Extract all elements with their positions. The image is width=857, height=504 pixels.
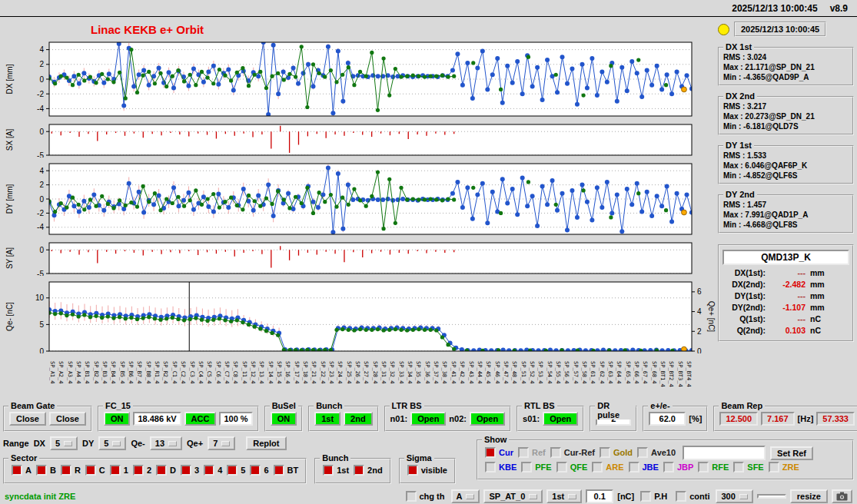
checkbox-indicator (592, 462, 603, 472)
sector-r-checkbox[interactable]: R (61, 465, 81, 476)
sector-5-checkbox[interactable]: 5 (227, 465, 245, 476)
show-cur-ref-checkbox[interactable]: Cur-Ref (550, 447, 595, 458)
show-frame: Show CurRefCur-RefGoldAve10 Set Ref KBEP… (477, 439, 854, 480)
ltr-n02-open-button[interactable]: Open (470, 412, 505, 426)
ph-checkbox[interactable]: P.H (640, 491, 667, 502)
ltr-n01-label: n01: (390, 414, 408, 423)
set-ref-button[interactable]: Set Ref (770, 446, 813, 460)
svg-text:SY [A]: SY [A] (5, 247, 14, 269)
svg-text:0: 0 (39, 246, 44, 254)
rtl-s01-open-button[interactable]: Open (543, 412, 578, 426)
bunch-frame: Bunch 1st 2nd (308, 406, 378, 432)
fc15-acc-button[interactable]: ACC (184, 412, 217, 426)
range-dx-select[interactable]: 5 (50, 436, 78, 450)
beam-rep-value-3: 57.333 (816, 412, 855, 426)
bpm-select[interactable]: SP_AT_0 (483, 489, 543, 503)
fc15-percent-readout: 100 % (219, 412, 252, 426)
frame-title: RTL BS (522, 401, 557, 410)
busel-on-button[interactable]: ON (271, 412, 297, 426)
svg-text:2: 2 (697, 327, 702, 336)
checkbox-label: JBP (677, 463, 693, 472)
sector-2-checkbox[interactable]: 2 (133, 465, 151, 476)
range-qem-select[interactable]: 13 (150, 436, 182, 450)
show-sfe-checkbox[interactable]: SFE (733, 462, 763, 472)
bunch-2nd-button[interactable]: 2nd (344, 412, 373, 426)
bpm-label: SP_45_4 (485, 361, 490, 396)
show-zre-checkbox[interactable]: ZRE (769, 462, 799, 472)
frame-title: Sector (8, 453, 39, 463)
monitor-label: DX(2nd): (722, 280, 766, 289)
stats-title: DX 2nd (723, 91, 757, 101)
ltr-n01-open-button[interactable]: Open (410, 412, 446, 426)
show-cur-checkbox[interactable]: Cur (485, 447, 513, 458)
monitor-name[interactable]: QMD13P_K (722, 250, 849, 265)
sector-1-checkbox[interactable]: 1 (110, 465, 128, 476)
checkbox-label: Gold (613, 448, 633, 457)
show-gold-checkbox[interactable]: Gold (600, 447, 633, 458)
bpm-label: SP_43_4 (468, 361, 473, 396)
show-rfe-checkbox[interactable]: RFE (698, 462, 729, 472)
page-title: Linac KEKB e+ Orbit (91, 23, 204, 36)
range-dy-select[interactable]: 5 (98, 436, 126, 450)
bpm-label: SP_42_4 (459, 361, 464, 396)
range-dx-label: DX (34, 439, 45, 448)
sector-d-checkbox[interactable]: D (156, 465, 176, 476)
sector-a-checkbox[interactable]: A (12, 465, 32, 476)
svg-text:-5: -5 (37, 270, 44, 277)
checkbox-indicator (227, 465, 238, 476)
show-jbp-checkbox[interactable]: JBP (663, 462, 693, 472)
bpm-label: SP_A4_4 (75, 361, 81, 396)
plots-column: 420-2-4DX [mm]0-5SX [A]420-2-4DY [mm]0-5… (0, 40, 716, 357)
sector-bt-checkbox[interactable]: BT (274, 465, 299, 476)
show-pfe-checkbox[interactable]: PFE (521, 462, 551, 472)
conti-checkbox[interactable]: conti (676, 491, 709, 502)
show-jbe-checkbox[interactable]: JBE (629, 462, 659, 472)
bpm-label: SP_15_4 (276, 361, 281, 396)
checkbox-label: A (25, 466, 32, 475)
bunch-select[interactable]: 1st (546, 489, 582, 503)
threshold-input[interactable]: 0.1 (586, 489, 613, 503)
show-ave10-checkbox[interactable]: Ave10 (637, 447, 676, 458)
bpm-label: SP_B8_4 (145, 361, 151, 396)
bunch-2nd-checkbox[interactable]: 2nd (354, 465, 383, 476)
screenshot-button[interactable] (832, 489, 852, 503)
show-are-checkbox[interactable]: ARE (592, 462, 623, 472)
stat-min: Min : -4.668@QLF8S (723, 220, 849, 229)
checkbox-indicator (110, 465, 121, 476)
sector-c-checkbox[interactable]: C (85, 465, 105, 476)
beam-gate-close-2-button[interactable]: Close (49, 412, 86, 426)
blank-input[interactable] (757, 494, 786, 499)
chg-th-checkbox[interactable]: chg th (406, 491, 445, 502)
sector-4-checkbox[interactable]: 4 (204, 465, 222, 476)
control-row-2: Range DX 5 DY 5 Qe- 13 Qe+ 7 Replot Sect… (0, 433, 857, 484)
bunch-1st-button[interactable]: 1st (314, 412, 340, 426)
interval-select[interactable]: 300 (716, 489, 752, 503)
show-qfe-checkbox[interactable]: QFE (556, 462, 588, 472)
bunch-select-items: 1st2nd (321, 465, 384, 477)
bpm-label: SP_66_4 (633, 361, 639, 396)
sector-3-checkbox[interactable]: 3 (181, 465, 199, 476)
monitor-value: 0.103 (769, 326, 806, 335)
frame-title: Beam Gate (8, 401, 57, 410)
sector-6-checkbox[interactable]: 6 (250, 465, 268, 476)
checkbox-indicator (629, 462, 639, 472)
show-ref-checkbox[interactable]: Ref (518, 447, 546, 458)
beam-gate-close-1-button[interactable]: Close (9, 412, 46, 426)
fc15-on-button[interactable]: ON (104, 412, 131, 426)
resize-button[interactable]: resize (790, 489, 828, 503)
replot-button[interactable]: Replot (246, 436, 286, 450)
svg-text:DY [mm]: DY [mm] (5, 184, 14, 214)
show-kbe-checkbox[interactable]: KBE (485, 462, 517, 472)
checkbox-indicator (406, 491, 417, 502)
sector-b-checkbox[interactable]: B (36, 465, 56, 476)
range-qep-select[interactable]: 7 (208, 436, 235, 450)
bunch-1st-checkbox[interactable]: 1st (323, 465, 349, 476)
sector-select[interactable]: A (451, 489, 480, 503)
epe-ratio-input[interactable]: 62.0 (649, 412, 686, 426)
ref-name-input[interactable] (683, 446, 766, 460)
bpm-label: SP_22_4 (320, 361, 325, 396)
svg-text:DX [mm]: DX [mm] (5, 64, 14, 94)
sigma-visible-checkbox[interactable]: visible (407, 465, 447, 476)
checkbox-label: 2nd (367, 466, 383, 475)
beam-gate-frame: Beam Gate Close Close (3, 406, 92, 432)
